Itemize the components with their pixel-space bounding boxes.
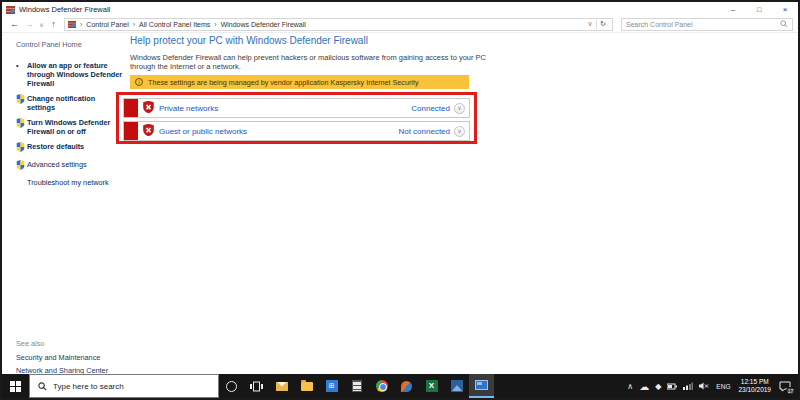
red-annotation-box: Private networks Connected ∨ Guest or pu… xyxy=(116,92,477,144)
sidebar-item-label: Change notification settings xyxy=(27,94,123,112)
sidebar-item-restore-defaults[interactable]: Restore defaults xyxy=(16,142,126,154)
taskbar-search-input[interactable]: Type here to search xyxy=(29,374,219,398)
network-status: Not connected xyxy=(398,127,450,136)
excel-button[interactable]: X xyxy=(419,374,444,398)
tray-time: 12:15 PM xyxy=(741,378,769,385)
minimize-button[interactable]: – xyxy=(720,2,746,16)
sidebar-item-control-panel-home[interactable]: Control Panel Home xyxy=(16,40,126,49)
search-input[interactable]: Search Control Panel xyxy=(621,18,793,31)
task-view-icon xyxy=(250,381,263,392)
clock[interactable]: 12:15 PM 23/10/2019 xyxy=(738,378,771,394)
calculator-button[interactable] xyxy=(344,374,369,398)
file-explorer-icon xyxy=(301,382,313,391)
network-label: Private networks xyxy=(159,104,218,113)
network-label: Guest or public networks xyxy=(159,127,247,136)
private-networks-row[interactable]: Private networks Connected ∨ xyxy=(123,98,470,118)
system-tray: ∧ ☁ ◆ ENG 12:15 PM 23/10/2019 17 xyxy=(624,374,798,398)
firewall-off-shield-icon xyxy=(143,122,154,140)
spacer xyxy=(16,178,27,187)
link-security-maintenance[interactable]: Security and Maintenance xyxy=(16,353,108,362)
calculator-icon xyxy=(352,380,362,392)
firewall-status-red-indicator xyxy=(124,122,138,140)
search-placeholder: Search Control Panel xyxy=(626,21,780,28)
mail-icon xyxy=(276,382,288,391)
taskbar-search-placeholder: Type here to search xyxy=(53,382,124,391)
info-icon: i xyxy=(135,78,143,86)
uac-shield-icon xyxy=(16,118,27,136)
bullet-icon: • xyxy=(16,61,27,88)
sidebar-item-turn-on-off[interactable]: Turn Windows Defender Firewall on or off xyxy=(16,118,126,136)
paint3d-icon xyxy=(401,381,412,392)
dropbox-icon[interactable]: ◆ xyxy=(655,382,661,391)
breadcrumb-separator: › xyxy=(214,21,216,28)
firewall-app-icon xyxy=(6,5,15,14)
firewall-status-red-indicator xyxy=(124,99,138,117)
address-dropdown-icon[interactable]: ∨ xyxy=(584,20,596,28)
control-panel-taskbar-button-active[interactable] xyxy=(469,374,494,398)
sidebar-item-label: Advanced settings xyxy=(27,160,123,172)
breadcrumb-firewall[interactable]: Windows Defender Firewall xyxy=(221,21,306,28)
navigation-toolbar: ← → ∨ ↑ › Control Panel › All Control Pa… xyxy=(2,16,798,33)
forward-button[interactable]: → xyxy=(22,19,37,29)
up-button[interactable]: ↑ xyxy=(46,19,61,29)
mail-button[interactable] xyxy=(269,374,294,398)
sidebar-item-change-notification[interactable]: Change notification settings xyxy=(16,94,126,112)
hidden-icons-chevron[interactable]: ∧ xyxy=(627,382,633,391)
uac-shield-icon xyxy=(16,142,27,154)
sidebar-item-allow-app[interactable]: • Allow an app or feature through Window… xyxy=(16,61,126,88)
action-center-button[interactable]: 17 xyxy=(779,381,791,392)
volume-muted-icon[interactable] xyxy=(699,382,710,390)
notification-badge: 17 xyxy=(786,387,795,395)
network-status: Connected xyxy=(411,104,450,113)
language-indicator[interactable]: ENG xyxy=(716,383,730,390)
firewall-off-shield-icon xyxy=(143,99,154,117)
expand-chevron-icon[interactable]: ∨ xyxy=(454,103,465,114)
guest-networks-row[interactable]: Guest or public networks Not connected ∨ xyxy=(123,121,470,141)
refresh-icon[interactable]: ↻ xyxy=(597,20,609,28)
page-description: Windows Defender Firewall can help preve… xyxy=(130,53,486,71)
photos-button[interactable] xyxy=(444,374,469,398)
breadcrumb-all-items[interactable]: All Control Panel Items xyxy=(139,21,210,28)
banner-text: These settings are being managed by vend… xyxy=(148,78,419,87)
uac-shield-icon xyxy=(16,160,27,172)
windows-logo-icon xyxy=(10,381,21,392)
expand-chevron-icon[interactable]: ∨ xyxy=(454,126,465,137)
cortana-icon xyxy=(226,381,237,392)
history-dropdown-icon[interactable]: ∨ xyxy=(37,21,46,28)
network-icon[interactable] xyxy=(683,382,693,390)
breadcrumb-control-panel[interactable]: Control Panel xyxy=(86,21,128,28)
vendor-managed-banner: i These settings are being managed by ve… xyxy=(130,75,469,89)
address-bar[interactable]: › Control Panel › All Control Panel Item… xyxy=(64,18,613,31)
back-button[interactable]: ← xyxy=(7,19,22,29)
onedrive-icon[interactable]: ☁ xyxy=(639,381,649,392)
breadcrumb-separator: › xyxy=(80,21,82,28)
sidebar-item-troubleshoot[interactable]: Troubleshoot my network xyxy=(16,178,126,187)
screen: Windows Defender Firewall – □ × ← → ∨ ↑ … xyxy=(0,0,800,400)
see-also-header: See also xyxy=(16,339,108,348)
sidebar-item-label: Allow an app or feature through Windows … xyxy=(27,61,123,88)
control-panel-icon xyxy=(68,20,76,28)
page-title: Help protect your PC with Windows Defend… xyxy=(130,35,490,46)
search-icon xyxy=(780,20,788,28)
photos-icon xyxy=(451,380,463,392)
store-button[interactable]: ⊞ xyxy=(319,374,344,398)
sidebar: Control Panel Home • Allow an app or fea… xyxy=(16,40,126,193)
cortana-button[interactable] xyxy=(219,374,244,398)
battery-icon[interactable] xyxy=(667,383,677,390)
chrome-button[interactable] xyxy=(369,374,394,398)
see-also-section: See also Security and Maintenance Networ… xyxy=(16,339,108,379)
sidebar-item-label: Troubleshoot my network xyxy=(27,178,123,187)
sidebar-item-label: Restore defaults xyxy=(27,142,123,154)
title-bar: Windows Defender Firewall – □ × xyxy=(2,2,798,16)
start-button[interactable] xyxy=(2,374,29,398)
maximize-button[interactable]: □ xyxy=(746,2,772,16)
chrome-icon xyxy=(376,380,388,392)
close-button[interactable]: × xyxy=(772,2,798,16)
tray-date: 23/10/2019 xyxy=(738,386,771,393)
paint3d-button[interactable] xyxy=(394,374,419,398)
sidebar-item-advanced-settings[interactable]: Advanced settings xyxy=(16,160,126,172)
file-explorer-button[interactable] xyxy=(294,374,319,398)
taskbar: Type here to search ⊞ X ∧ ☁ ◆ ENG 12:15 … xyxy=(2,374,798,398)
task-view-button[interactable] xyxy=(244,374,269,398)
window-title: Windows Defender Firewall xyxy=(19,5,720,14)
